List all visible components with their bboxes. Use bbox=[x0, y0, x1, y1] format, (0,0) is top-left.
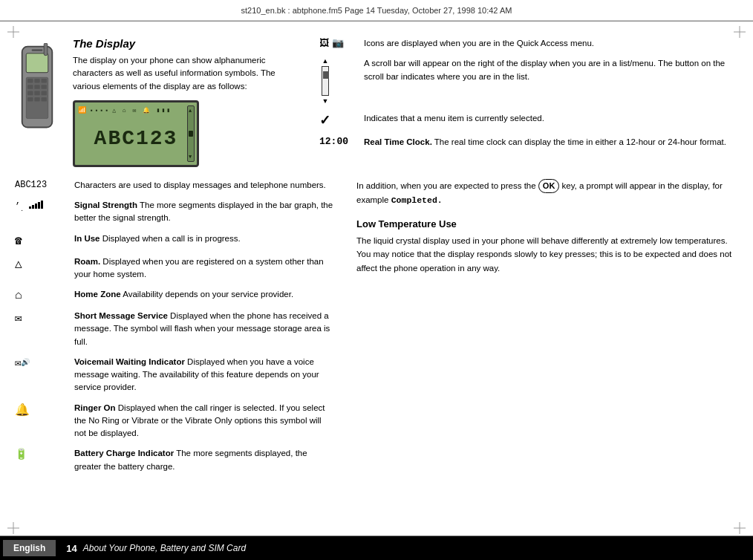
left-col: The Display The display on your phone ca… bbox=[15, 37, 297, 167]
body-right: In addition, when you are expected to pr… bbox=[356, 179, 738, 527]
display-section: The Display The display on your phone ca… bbox=[73, 37, 297, 167]
svg-rect-13 bbox=[42, 79, 47, 83]
voicemail-wave: 🔊 bbox=[21, 358, 30, 367]
inuse-label: In Use bbox=[74, 234, 100, 243]
footer-bar: English 14 About Your Phone, Battery and… bbox=[0, 536, 753, 560]
svg-rect-11 bbox=[27, 79, 33, 83]
lcd-display: 📶 ▪▪▪▪ △ ⌂ ✉ 🔔 ▮▮▮ ABC123 ▲ ▼ bbox=[73, 100, 199, 167]
top-section: The Display The display on your phone ca… bbox=[15, 37, 738, 167]
header-bar: st210_en.bk : abtphone.fm5 Page 14 Tuesd… bbox=[0, 0, 753, 21]
ok-example: Completed. bbox=[391, 195, 443, 205]
ok-section: In addition, when you are expected to pr… bbox=[356, 179, 738, 208]
scroll-diagram: ▲ ▼ bbox=[319, 57, 331, 105]
scroll-up: ▲ bbox=[322, 57, 329, 65]
symbol-text-battery: Battery Charge Indicator The more segmen… bbox=[74, 447, 334, 473]
quickaccess-desc: Icons are displayed when you are in the … bbox=[364, 37, 738, 50]
footer-title: About Your Phone, Battery and SIM Card bbox=[83, 543, 246, 553]
symbol-text-ringer: Ringer On Displayed when the call ringer… bbox=[74, 402, 334, 440]
symbol-row-roam: △ Roam. Displayed when you are registere… bbox=[15, 255, 334, 281]
signal-label: Signal Strength bbox=[74, 201, 137, 209]
clock-desc-text: The real time clock can display the time… bbox=[432, 137, 726, 146]
symbol-text-abc: Characters are used to display messages … bbox=[74, 179, 334, 192]
symbol-cell-voicemail: ✉︎ 🔊 bbox=[15, 356, 74, 369]
symbol-text-voicemail: Voicemail Waiting Indicator Displayed wh… bbox=[74, 356, 334, 394]
svg-rect-22 bbox=[42, 97, 47, 102]
icon-cell-scrollbar: ▲ ▼ bbox=[319, 57, 364, 105]
svg-rect-19 bbox=[42, 91, 47, 96]
icon-row-quickaccess: 🖼 📷 Icons are displayed when you are in … bbox=[319, 37, 738, 50]
homezone-desc: Availability depends on your service pro… bbox=[121, 290, 293, 299]
clock-label: Real Time Clock. bbox=[364, 137, 432, 146]
body-section: ABC123 Characters are used to display me… bbox=[15, 179, 738, 527]
roam-icon: △ bbox=[15, 256, 22, 271]
body-left: ABC123 Characters are used to display me… bbox=[15, 179, 334, 527]
svg-rect-15 bbox=[34, 85, 39, 89]
corner-tl bbox=[7, 26, 19, 38]
header-text: st210_en.bk : abtphone.fm5 Page 14 Tuesd… bbox=[241, 6, 512, 15]
icon-row-scrollbar: ▲ ▼ A scroll bar will appear on the righ… bbox=[319, 57, 738, 105]
check-desc: Indicates that a menu item is currently … bbox=[364, 112, 738, 125]
icon-cell-clock: 12:00 bbox=[319, 136, 364, 147]
symbol-cell-ringer: 🔔 bbox=[15, 402, 74, 417]
symbol-cell-abc: ABC123 bbox=[15, 179, 74, 190]
symbol-cell-homezone: ⌂ bbox=[15, 288, 74, 302]
battery-label: Battery Charge Indicator bbox=[74, 449, 174, 458]
sms-label: Short Message Service bbox=[74, 311, 168, 320]
roam-label: Roam. bbox=[74, 257, 100, 266]
main-content: The Display The display on your phone ca… bbox=[15, 37, 738, 527]
svg-rect-18 bbox=[34, 91, 39, 96]
voicemail-icon: ✉︎ bbox=[15, 356, 21, 369]
display-description: The display on your phone can show alpha… bbox=[73, 54, 297, 93]
quickaccess-icons: 🖼 📷 bbox=[319, 37, 344, 48]
svg-rect-16 bbox=[42, 85, 47, 89]
lcd-antenna-icon: 📶 bbox=[78, 106, 88, 114]
lcd-signal-bars: ▪▪▪▪ bbox=[90, 107, 110, 114]
sms-icon: ✉ bbox=[15, 310, 22, 325]
symbol-cell-inuse: ☎ bbox=[15, 232, 74, 248]
symbol-text-homezone: Home Zone Availability depends on your s… bbox=[74, 288, 334, 301]
lcd-main-text: ABC123 bbox=[94, 127, 178, 150]
clock-desc: Real Time Clock. The real time clock can… bbox=[364, 136, 738, 149]
symbol-row-inuse: ☎ In Use Displayed when a call is in pro… bbox=[15, 232, 334, 248]
scroll-bar-visual bbox=[322, 66, 329, 96]
icon-row-check: ✓ Indicates that a menu item is currentl… bbox=[319, 112, 738, 128]
svg-rect-14 bbox=[27, 85, 33, 89]
symbol-cell-sms: ✉ bbox=[15, 310, 74, 325]
lcd-icons-misc: △ ⌂ ✉ 🔔 ▮▮▮ bbox=[112, 107, 172, 114]
symbol-row-sms: ✉ Short Message Service Displayed when t… bbox=[15, 310, 334, 348]
homezone-label: Home Zone bbox=[74, 290, 121, 299]
ringer-icon: 🔔 bbox=[15, 403, 30, 417]
symbol-cell-roam: △ bbox=[15, 255, 74, 271]
section-title: The Display bbox=[73, 37, 297, 50]
scroll-down: ▼ bbox=[322, 97, 329, 105]
symbol-row-battery: 🔋 Battery Charge Indicator The more segm… bbox=[15, 447, 334, 473]
ok-badge: OK bbox=[538, 179, 560, 194]
low-temp-text: The liquid crystal display used in your … bbox=[356, 234, 738, 275]
svg-rect-12 bbox=[34, 79, 39, 83]
right-col: 🖼 📷 Icons are displayed when you are in … bbox=[297, 37, 738, 157]
symbol-row-voicemail: ✉︎ 🔊 Voicemail Waiting Indicator Display… bbox=[15, 356, 334, 394]
symbol-text-roam: Roam. Displayed when you are registered … bbox=[74, 255, 334, 281]
symbol-row-signal: ’. Signal Strength The more segments dis… bbox=[15, 199, 334, 225]
symbol-row-homezone: ⌂ Home Zone Availability depends on your… bbox=[15, 288, 334, 302]
svg-rect-9 bbox=[26, 53, 48, 73]
voicemail-label: Voicemail Waiting Indicator bbox=[74, 357, 185, 366]
svg-rect-17 bbox=[27, 91, 33, 96]
svg-rect-23 bbox=[32, 49, 43, 51]
symbol-text-sms: Short Message Service Displayed when the… bbox=[74, 310, 334, 348]
homezone-icon: ⌂ bbox=[15, 289, 22, 302]
icon-cell-check: ✓ bbox=[319, 112, 364, 128]
battery-icon: 🔋 bbox=[15, 448, 27, 460]
footer-page: 14 bbox=[66, 543, 76, 554]
svg-rect-21 bbox=[34, 97, 39, 102]
icon-cell-quickaccess: 🖼 📷 bbox=[319, 37, 364, 48]
phone-icon bbox=[15, 43, 59, 132]
scroll-up-arrow: ▲ bbox=[189, 108, 193, 114]
lcd-scrollbar: ▲ ▼ bbox=[187, 105, 195, 162]
phone-image-area bbox=[15, 43, 65, 134]
abc-symbol: ABC123 bbox=[15, 180, 47, 190]
svg-rect-24 bbox=[44, 43, 48, 56]
roam-desc: Displayed when you are registered on a s… bbox=[74, 257, 324, 279]
corner-tr bbox=[734, 26, 746, 38]
inuse-icon: ☎ bbox=[15, 233, 22, 248]
